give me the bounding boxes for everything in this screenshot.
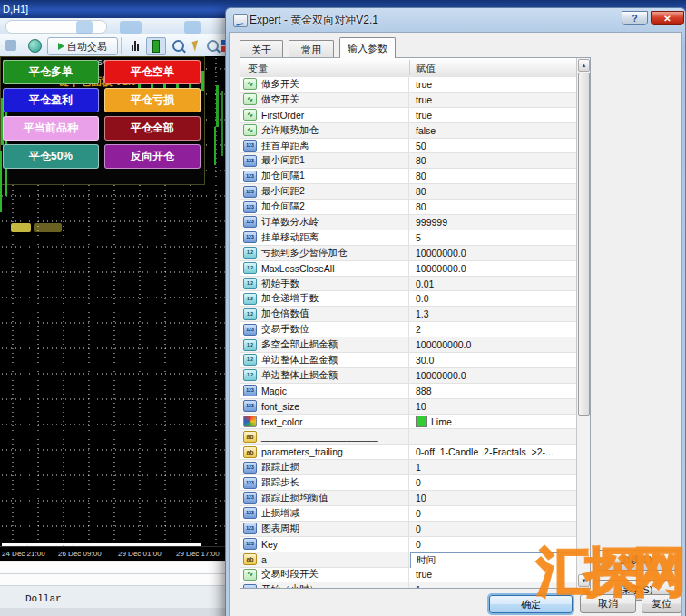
param-row[interactable]: 123跟踪止损均衡值10 [240,491,577,506]
param-value[interactable]: 999999 [410,215,577,230]
param-value[interactable]: 0 [410,522,577,536]
candlestick-icon[interactable] [146,37,166,55]
param-value[interactable]: 1.3 [410,307,577,321]
panel-button[interactable]: 反向开仓 [104,144,201,169]
param-value-text: 100000000.0 [416,339,471,350]
param-value[interactable]: 5 [410,230,577,245]
param-row[interactable]: text_colorLime [240,415,577,430]
param-value[interactable]: 30.0 [410,353,577,367]
close-button[interactable]: ✕ [651,11,684,25]
param-row[interactable]: 123订单数分水岭999999 [240,215,577,230]
param-value[interactable]: 0.01 [410,277,577,291]
panel-button[interactable]: 平当前品种 [3,116,99,141]
param-value[interactable]: 10000000.0 [410,261,577,276]
panel-button[interactable]: 平仓空单 [104,60,201,84]
cancel-button[interactable]: 取消 [580,594,636,613]
cursor-icon[interactable] [187,37,205,54]
param-value[interactable]: 0.0 [410,291,577,306]
param-row[interactable]: ∿做多开关true [240,77,577,93]
panel-button[interactable]: 平仓盈利 [3,88,99,112]
param-value[interactable]: 80 [410,184,577,199]
scrollbar-thumb[interactable] [578,73,590,416]
param-row[interactable]: 123font_size10 [240,399,577,415]
param-row[interactable]: 123图表周期0 [240,522,577,537]
param-value[interactable]: 80 [410,200,577,214]
param-row[interactable]: 1.2单边整体止损金额10000000.0 [240,368,577,384]
param-value[interactable]: 80 [410,169,577,183]
param-value[interactable]: 10 [410,399,577,414]
param-row[interactable]: 1.2亏损到多少暂停加仓10000000.0 [240,246,577,261]
param-row[interactable]: 123加仓间隔180 [240,169,577,184]
toolbar-partial-icon[interactable] [2,37,20,54]
vertical-scrollbar[interactable]: ▲ ▼ [576,58,590,588]
param-value[interactable]: true [410,93,577,107]
param-name: MaxLossCloseAll [261,263,335,274]
param-value[interactable]: Lime [410,415,577,429]
panel-button[interactable]: 平仓多单 [3,60,99,84]
ok-button[interactable]: 确定 [489,595,573,613]
param-value[interactable]: 1 [410,460,577,474]
param-row[interactable]: ∿做空开关true [240,93,577,108]
param-row[interactable]: 123挂首单距离50 [240,139,577,154]
param-value[interactable]: 0 [410,537,577,552]
param-value[interactable]: 1 [410,582,577,589]
param-row[interactable]: 123加仓间隔280 [240,200,577,215]
param-row[interactable]: 1.2单边整体止盈金额30.0 [240,353,577,368]
param-row[interactable]: 123Key0 [240,537,577,552]
param-row[interactable]: ∿允许顺势加仓false [240,123,577,139]
param-value[interactable]: 10000000.0 [410,368,577,383]
panel-button[interactable]: 平仓50% [3,144,99,169]
help-button[interactable]: ? [622,11,648,25]
panel-button[interactable]: 平仓亏损 [104,88,201,112]
zoom-in-icon[interactable] [169,37,187,54]
param-row[interactable]: 1.2MaxLossCloseAll10000000.0 [240,261,577,277]
bar-chart-icon[interactable] [126,37,144,54]
param-row[interactable]: 123跟踪止损1 [240,460,577,475]
tab-inputs[interactable]: 输入参数 [339,37,396,58]
param-name: 挂首单距离 [261,140,309,152]
param-value[interactable]: 2 [410,322,577,337]
param-value[interactable]: 10000000.0 [410,246,577,260]
param-row[interactable]: 1.2加仓倍数值1.3 [240,307,577,322]
param-row[interactable]: ab______________________ [240,429,577,445]
param-value[interactable]: true [410,77,577,92]
param-value[interactable]: 0 [410,506,577,521]
reset-button[interactable]: 复位 [642,594,681,613]
panel-button[interactable]: 平仓全部 [104,116,201,141]
param-value[interactable]: 时间 [410,552,577,569]
param-value[interactable]: false [410,123,577,138]
scroll-down-icon[interactable]: ▼ [578,574,590,587]
param-row[interactable]: abparameters_trailing0-off 1-Candle 2-Fr… [240,445,577,460]
globe-icon[interactable] [25,37,44,54]
param-value[interactable]: 80 [410,153,577,168]
param-row[interactable]: aba时间 [240,552,577,568]
param-value[interactable]: 10 [410,491,577,505]
load-button[interactable]: 加载(L) [593,550,679,571]
param-value[interactable]: 100000000.0 [410,337,577,352]
param-row[interactable]: 123交易手数位2 [240,322,577,337]
tab-common[interactable]: 常用 [289,40,334,58]
param-row[interactable]: ∿FirstOrdertrue [240,108,577,123]
param-value[interactable]: true [410,108,577,122]
scroll-up-icon[interactable]: ▲ [578,59,590,72]
autotrade-button[interactable]: 自动交易 [47,37,118,55]
param-row[interactable]: 1.2加仓递增手数0.0 [240,291,577,307]
param-value[interactable]: 888 [410,384,577,398]
param-row[interactable]: 123Magic888 [240,384,577,399]
param-row[interactable]: 123止损增减0 [240,506,577,522]
param-row[interactable]: 123开始（小时）1 [240,582,577,589]
param-row[interactable]: ∿交易时段开关true [240,568,577,583]
param-row[interactable]: 1.2多空全部止损金额100000000.0 [240,337,577,353]
param-value[interactable]: 0-off 1-Candle 2-Fractals >2-... [410,445,577,459]
int-type-icon: 123 [243,231,257,243]
param-row[interactable]: 123最小间距180 [240,153,577,169]
param-row[interactable]: 123挂单移动距离5 [240,230,577,246]
param-value[interactable]: true [410,568,577,582]
param-value[interactable] [410,429,577,444]
tab-about[interactable]: 关于 [240,40,283,58]
param-row[interactable]: 123最小间距280 [240,184,577,200]
param-value[interactable]: 50 [410,139,577,153]
param-row[interactable]: 1.2初始手数0.01 [240,277,577,292]
param-row[interactable]: 123跟踪步长0 [240,475,577,491]
param-value[interactable]: 0 [410,475,577,490]
